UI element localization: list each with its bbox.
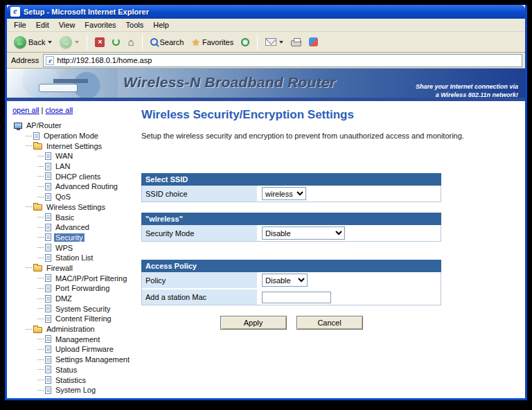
button-row: Apply Cancel bbox=[141, 316, 441, 330]
tree-item-wps[interactable]: WPS bbox=[12, 242, 139, 253]
folder-icon bbox=[33, 143, 42, 150]
back-button[interactable]: Back bbox=[11, 35, 55, 50]
tree-connector bbox=[37, 380, 44, 380]
tree-label: Administration bbox=[45, 325, 96, 333]
menu-help[interactable]: Help bbox=[149, 19, 175, 30]
menu-view[interactable]: View bbox=[55, 19, 81, 30]
tree-item-internet-settings[interactable]: Internet Settings bbox=[12, 141, 139, 151]
menu-tools[interactable]: Tools bbox=[122, 19, 150, 30]
ssid-choice-select[interactable]: wireless bbox=[262, 187, 306, 200]
back-icon bbox=[14, 36, 26, 48]
search-button[interactable]: Search bbox=[148, 37, 187, 48]
forward-button[interactable] bbox=[57, 35, 82, 50]
tree-item-wireless-settings[interactable]: Wireless Settings bbox=[12, 202, 139, 213]
tree-item-lan[interactable]: LAN bbox=[12, 161, 139, 172]
refresh-icon bbox=[112, 38, 120, 46]
apply-button[interactable]: Apply bbox=[220, 316, 287, 330]
folder-icon bbox=[33, 327, 42, 333]
tree-item-advanced-routing[interactable]: Advanced Routing bbox=[12, 181, 139, 192]
mail-button[interactable] bbox=[263, 37, 286, 47]
history-button[interactable] bbox=[238, 37, 252, 48]
tree-item-upload-firmware[interactable]: Upload Firmware bbox=[12, 344, 139, 355]
tree-item-ap-router[interactable]: AP/Router bbox=[12, 121, 139, 131]
tree-item-security[interactable]: Security bbox=[12, 233, 139, 243]
address-url-input[interactable] bbox=[57, 56, 520, 64]
tree-item-dhcp-clients[interactable]: DHCP clients bbox=[12, 171, 139, 181]
tree-item-wan[interactable]: WAN bbox=[12, 151, 139, 161]
tree-label: Status bbox=[54, 366, 78, 374]
tree-connector bbox=[37, 339, 44, 339]
page-icon bbox=[45, 346, 51, 353]
tree-item-system-security[interactable]: System Security bbox=[12, 303, 139, 314]
history-icon bbox=[241, 38, 249, 46]
back-dropdown-icon[interactable] bbox=[48, 41, 52, 44]
tree-label: Wireless Settings bbox=[45, 203, 107, 211]
tree-label: DHCP clients bbox=[54, 172, 102, 181]
tree-label: Station List bbox=[54, 253, 94, 262]
search-icon bbox=[150, 38, 158, 46]
tree-item-advanced[interactable]: Advanced bbox=[12, 222, 139, 233]
menu-edit[interactable]: Edit bbox=[32, 19, 55, 30]
tree-item-status[interactable]: Status bbox=[12, 365, 139, 375]
favorites-button[interactable]: Favorites bbox=[188, 36, 236, 48]
tree-item-settings-management[interactable]: Settings Management bbox=[12, 355, 139, 365]
tree-item-statistics[interactable]: Statistics bbox=[12, 375, 139, 385]
tree-item-basic[interactable]: Basic bbox=[12, 212, 139, 222]
section-header: "wireless" bbox=[141, 213, 441, 225]
station-mac-input[interactable] bbox=[262, 292, 331, 303]
messenger-button[interactable] bbox=[306, 36, 321, 48]
refresh-button[interactable] bbox=[109, 37, 123, 47]
tree-item-administration[interactable]: Administration bbox=[12, 324, 139, 335]
print-button[interactable] bbox=[288, 37, 304, 48]
tree-item-qos[interactable]: QoS bbox=[12, 192, 139, 202]
tree-item-port-forwarding[interactable]: Port Forwarding bbox=[12, 283, 139, 294]
tree-label: LAN bbox=[54, 162, 71, 170]
banner-tagline-line2: a Wireless 802.11n network! bbox=[416, 91, 518, 100]
tree-label: WPS bbox=[54, 244, 74, 252]
tree-connector bbox=[37, 278, 44, 278]
security-mode-select[interactable]: Disable bbox=[262, 226, 345, 240]
tree-item-firewall[interactable]: Firewall bbox=[12, 263, 139, 274]
tree-connector bbox=[37, 166, 44, 167]
tree-connector bbox=[37, 390, 44, 391]
tree-connector bbox=[37, 227, 44, 228]
tree-item-mac-ip-port-filtering[interactable]: MAC/IP/Port Filtering bbox=[12, 273, 139, 283]
tree-item-dmz[interactable]: DMZ bbox=[12, 294, 139, 304]
menu-file[interactable]: File bbox=[10, 19, 32, 30]
tree-connector bbox=[37, 319, 44, 319]
mail-dropdown-icon[interactable] bbox=[279, 41, 283, 44]
close-all-link[interactable]: close all bbox=[46, 106, 73, 114]
address-input[interactable] bbox=[43, 54, 522, 67]
favorites-label: Favorites bbox=[202, 38, 233, 46]
forward-icon bbox=[60, 36, 72, 48]
policy-select[interactable]: Disable bbox=[262, 274, 308, 287]
tree-item-management[interactable]: Management bbox=[12, 334, 139, 344]
tree-item-operation-mode[interactable]: Operation Mode bbox=[12, 131, 139, 141]
setting-row-station-mac: Add a station Mac bbox=[142, 288, 441, 305]
forward-dropdown-icon[interactable] bbox=[75, 41, 79, 44]
section-wireless: "wireless"Security ModeDisable bbox=[141, 213, 441, 242]
page-icon bbox=[45, 224, 51, 231]
tree-item-station-list[interactable]: Station List bbox=[12, 253, 139, 263]
page-icon bbox=[45, 315, 51, 323]
tree-label: AP/Router bbox=[25, 121, 63, 130]
tree-connector bbox=[37, 359, 44, 360]
address-label: Address bbox=[11, 56, 39, 64]
section-header: Access Policy bbox=[141, 260, 441, 272]
address-bar: Address bbox=[7, 53, 525, 69]
tree-item-system-log[interactable]: System Log bbox=[12, 385, 139, 395]
settings-sections: Select SSIDSSID choicewireless"wireless"… bbox=[141, 173, 441, 305]
page-icon bbox=[45, 233, 51, 241]
setting-label: Policy bbox=[142, 272, 258, 288]
tree-item-content-filtering[interactable]: Content Filtering bbox=[12, 314, 139, 324]
stop-button[interactable] bbox=[92, 36, 107, 48]
favorites-star-icon bbox=[191, 37, 200, 47]
home-button[interactable] bbox=[125, 36, 136, 48]
device-icon bbox=[14, 123, 22, 129]
tree-label: Management bbox=[54, 335, 101, 344]
cancel-button[interactable]: Cancel bbox=[296, 316, 363, 330]
menu-favorites[interactable]: Favorites bbox=[80, 19, 121, 30]
open-all-link[interactable]: open all bbox=[12, 106, 39, 114]
tree-connector bbox=[37, 197, 44, 197]
section-body: PolicyDisableAdd a station Mac bbox=[141, 272, 441, 305]
